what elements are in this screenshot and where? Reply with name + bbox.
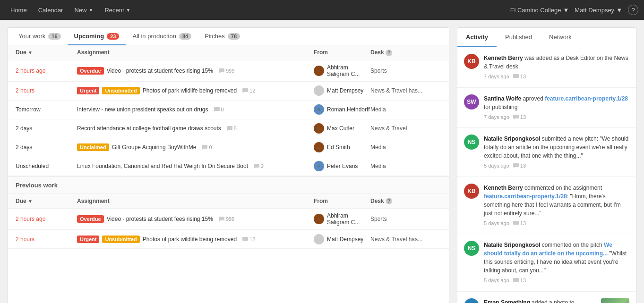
tab-network[interactable]: Network [541,28,580,47]
due-cell: 2 hours ago [16,67,77,74]
assignment-title[interactable]: Photos of park wildlife being removed [143,236,237,243]
left-tabs: Your work 16 Upcoming 23 All in producti… [8,28,449,45]
comment-count: 12 [242,236,255,242]
badge-overdue: Overdue [77,215,104,223]
from-cell: M Max Cutler [314,123,370,134]
avatar: A [314,214,324,224]
avatar: A [314,66,324,76]
nav-org[interactable]: El Camino College ▼ [510,7,569,14]
right-tabs: Activity Published Network [457,28,636,47]
activity-content: Eman Something added a photo to feature.… [484,298,592,303]
col-assignment: Assignment [77,49,314,56]
comment-count: 999 [219,68,234,74]
avatar: KB [464,54,479,69]
assignment-title[interactable]: Video - protests at student fees rising … [107,216,213,222]
avatar [314,234,324,244]
assignment-cell: Interview - new union president speaks o… [77,106,314,113]
right-panel: Activity Published Network KB Kenneth Be… [457,27,636,303]
assignment-title[interactable]: Linux Foundation, Canonical and Red Hat … [77,163,248,169]
avatar: M [314,123,324,134]
due-cell: 2 hours [16,236,77,243]
assignment-title[interactable]: Gilt Groupe Acquiring BuyWithMe [112,144,197,151]
tab-all-in-production[interactable]: All in production 84 [126,28,198,45]
desk-cell: News & Travel has... [370,236,441,243]
assignment-cell: Linux Foundation, Canonical and Red Hat … [77,163,314,169]
col-due[interactable]: Due ▼ [16,49,77,56]
from-cell: Matt Dempsey [314,85,370,96]
activity-feed: KB Kenneth Berry was added as a Desk Edi… [457,47,636,303]
assignment-cell: Record attendance at college football ga… [77,125,314,132]
nav-recent[interactable]: Recent ▼ [100,4,135,17]
table-row: Unscheduled Linux Foundation, Canonical … [8,157,449,176]
avatar: SW [464,94,479,109]
activity-comments: 13 [513,277,526,285]
table-row: 2 days Record attendance at college foot… [8,119,449,138]
activity-content: Natalie Sripongkosol commented on the pi… [484,241,629,285]
nav-new[interactable]: New ▼ [69,4,98,17]
desk-help-icon[interactable]: ? [386,50,392,56]
tab-activity[interactable]: Activity [457,28,497,47]
nav-left: Home Calendar New ▼ Recent ▼ [6,4,510,17]
avatar: P [314,161,324,171]
assignment-title[interactable]: Record attendance at college football ga… [77,125,221,132]
activity-content: Kenneth Berry commented on the assignmen… [484,184,629,227]
activity-time: 5 days ago [484,162,509,170]
due-cell: 2 days [16,144,77,151]
col-due-2[interactable]: Due ▼ [16,198,77,205]
previous-work-table: 2 hours ago Overdue Video - protests at … [8,209,449,249]
badge-urgent: Urgent [77,236,99,243]
assignment-cell: Unclaimed Gilt Groupe Acquiring BuyWithM… [77,143,314,151]
activity-link[interactable]: feature.carribean-property.1/28 [545,95,628,102]
main-container: Your work 16 Upcoming 23 All in producti… [0,20,644,303]
activity-item: KB Kenneth Berry was added as a Desk Edi… [457,47,636,88]
activity-item: NS Natalie Sripongkosol submitted a new … [457,128,636,177]
activity-time: 7 days ago [484,113,509,121]
activity-item: NS Natalie Sripongkosol commented on the… [457,234,636,292]
tab-your-work[interactable]: Your work 16 [12,28,68,45]
col-from: From [314,49,370,56]
badge-urgent: Urgent [77,87,99,94]
col-desk: Desk ? [370,49,441,56]
desk-cell: Sports [370,216,441,222]
assignment-title[interactable]: Photos of park wildlife being removed [143,87,237,94]
activity-item: ES Eman Something added a photo to featu… [457,292,636,303]
assignment-title[interactable]: Interview - new union president speaks o… [77,106,208,113]
nav-calendar[interactable]: Calendar [34,4,68,17]
nav-user[interactable]: Matt Dempsey ▼ [575,7,622,14]
desk-cell: Media [370,163,441,169]
avatar: NS [464,135,479,150]
desk-help-icon-2[interactable]: ? [386,198,392,204]
comment-count: 2 [254,163,264,169]
from-cell: P Peter Evans [314,161,370,171]
nav-home[interactable]: Home [6,4,32,17]
nav-recent-caret: ▼ [126,8,131,13]
assignment-cell: Overdue Video - protests at student fees… [77,215,314,223]
table-row: 2 hours ago Overdue Video - protests at … [8,60,449,82]
assignment-title[interactable]: Video - protests at student fees rising … [107,67,213,74]
previous-work-header: Previous work [8,176,449,194]
top-nav: Home Calendar New ▼ Recent ▼ El Camino C… [0,0,644,20]
nav-right: El Camino College ▼ Matt Dempsey ▼ ? [510,5,638,15]
activity-comments: 13 [513,73,526,81]
activity-comments: 13 [513,162,526,170]
activity-link[interactable]: feature.carribean-property.1/28 [484,193,567,200]
from-cell: R Roman Heindorff [314,104,370,115]
comment-count: 12 [242,88,255,93]
assignment-cell: Urgent Unsubmitted Photos of park wildli… [77,236,314,243]
badge-unsubmitted: Unsubmitted [102,236,139,243]
help-icon[interactable]: ? [628,5,638,15]
table-header-2: Due ▼ Assignment From Desk ? [8,194,449,209]
activity-time: 5 days ago [484,219,509,227]
tab-published[interactable]: Published [497,28,541,47]
tab-pitches[interactable]: Pitches 78 [198,28,247,45]
col-from-2: From [314,198,370,205]
activity-item: KB Kenneth Berry commented on the assign… [457,177,636,235]
tab-upcoming[interactable]: Upcoming 23 [68,28,126,45]
due-cell: 2 hours ago [16,216,77,222]
assignment-cell: Overdue Video - protests at student fees… [77,67,314,75]
activity-content: Kenneth Berry was added as a Desk Editor… [484,54,629,81]
desk-cell: News & Travel [370,125,441,132]
comment-count: 0 [202,144,212,150]
activity-time: 5 days ago [484,277,509,285]
activity-comments: 13 [513,219,526,227]
